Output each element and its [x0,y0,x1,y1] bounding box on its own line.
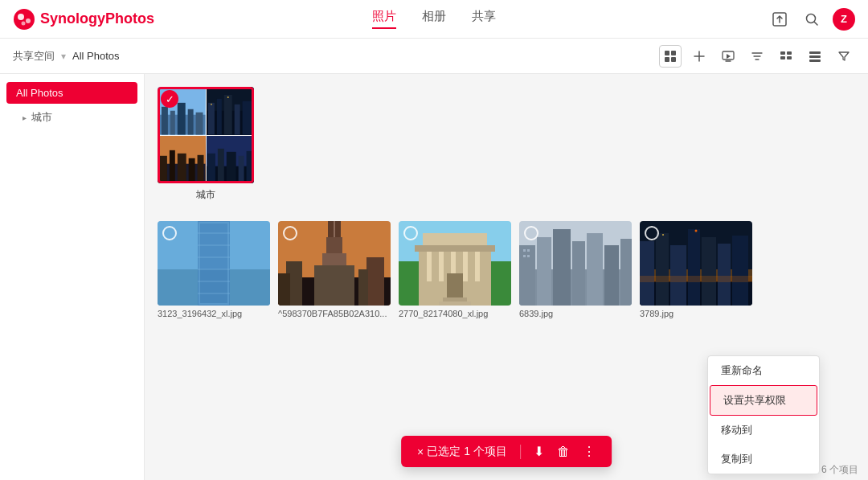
filter-icon[interactable] [833,45,855,68]
nav-tab-albums[interactable]: 相册 [422,9,446,29]
svg-rect-100 [640,241,654,306]
svg-rect-80 [415,245,495,252]
photo-name-2: ^598370B7FA85B02A310... [278,309,391,318]
svg-point-5 [806,14,815,23]
svg-point-108 [662,234,664,236]
svg-rect-89 [572,241,585,306]
svg-rect-83 [439,302,471,306]
header: SynologyPhotos 照片 相册 共享 Z [0,0,868,39]
svg-rect-78 [463,249,468,281]
photo-thumb-5 [640,221,752,306]
sort-icon[interactable] [746,45,768,68]
photo-card-3[interactable]: 2770_82174080_xl.jpg [399,221,511,318]
svg-rect-70 [278,273,290,306]
album-section: ✓ [158,87,855,202]
context-menu: 重新命名 设置共享权限 移动到 复制到 [707,355,820,474]
photo-name-1: 3123_3196432_xl.jpg [158,309,270,318]
svg-rect-22 [178,103,186,135]
expand-arrow-icon: ▸ [23,113,27,122]
svg-rect-86 [519,245,535,306]
svg-rect-11 [780,51,785,55]
svg-point-3 [22,21,26,25]
list-view-icon[interactable] [804,45,826,68]
photos-grid: 3123_3196432_xl.jpg [158,221,855,318]
action-bar-close[interactable]: × 已选定 1 个项目 [417,445,507,459]
nav-tab-share[interactable]: 共享 [472,9,496,29]
svg-rect-102 [670,245,686,306]
photo-card-1[interactable]: 3123_3196432_xl.jpg [158,221,270,318]
nav-tab-photos[interactable]: 照片 [372,9,396,29]
action-bar-divider [520,445,521,459]
svg-point-107 [695,230,698,232]
svg-point-0 [14,9,35,30]
svg-rect-105 [718,244,731,306]
svg-rect-46 [238,155,244,183]
svg-rect-27 [207,103,214,135]
svg-rect-7 [671,51,676,55]
svg-rect-76 [439,249,444,281]
svg-rect-92 [620,239,632,306]
logo-text: SynologyPhotos [40,10,154,27]
svg-rect-29 [223,95,231,135]
svg-rect-30 [234,105,240,135]
photo-select-circle-5[interactable] [645,226,659,240]
photo-thumb-2 [278,221,391,306]
context-menu-copy[interactable]: 复制到 [708,445,819,474]
view-toggle-icon[interactable] [775,45,797,68]
svg-rect-81 [447,273,463,297]
action-bar-more[interactable]: ⋮ [583,444,596,459]
sidebar-item-city[interactable]: ▸ 城市 [6,105,137,129]
svg-rect-91 [604,245,619,306]
svg-rect-69 [358,269,368,306]
workspace-link[interactable]: 共享空间 [13,49,55,64]
sidebar-item-all-photos[interactable]: All Photos [6,82,137,104]
context-menu-share-permissions[interactable]: 设置共享权限 [710,385,817,416]
sidebar: All Photos ▸ 城市 [0,74,145,480]
photo-card-2[interactable]: ^598370B7FA85B02A310... [278,221,391,318]
photo-select-circle-4[interactable] [524,226,538,240]
check-overlay: ✓ [161,90,178,108]
header-actions: Z [768,8,855,31]
grid-view-icon[interactable] [659,45,682,68]
photo-select-circle-1[interactable] [162,226,177,240]
context-menu-move[interactable]: 移动到 [708,416,819,445]
user-avatar[interactable]: Z [833,8,855,31]
photos-section: 3123_3196432_xl.jpg [158,221,855,318]
svg-rect-68 [366,257,384,306]
photo-card-5[interactable]: 3789.jpg [640,221,752,318]
svg-rect-75 [427,249,432,281]
svg-rect-12 [787,51,792,55]
photo-thumb-1 [158,221,270,306]
add-icon[interactable] [688,45,710,68]
svg-rect-65 [314,265,354,306]
action-bar-delete[interactable]: 🗑 [557,445,570,459]
context-menu-rename[interactable]: 重新命名 [708,356,819,385]
svg-rect-90 [587,233,603,306]
svg-rect-103 [688,229,700,306]
photo-name-4: 6839.jpg [519,309,632,318]
main-layout: All Photos ▸ 城市 ✓ [0,74,868,480]
photo-name-5: 3789.jpg [640,309,752,318]
album-thumbnail: ✓ [158,87,254,183]
album-card-city[interactable]: ✓ [158,87,254,202]
collage-cell-3 [158,136,206,184]
search-icon[interactable] [800,8,823,31]
photo-card-4[interactable]: 6839.jpg [519,221,632,318]
photo-select-circle-3[interactable] [403,226,418,240]
breadcrumb-current: All Photos [72,50,120,62]
svg-rect-59 [230,221,270,306]
svg-rect-21 [170,111,175,135]
logo-icon [13,8,35,31]
photo-thumb-3 [399,221,511,306]
photo-select-circle-2[interactable] [283,226,297,240]
action-bar-download[interactable]: ⬇ [534,444,544,459]
nav-tabs: 照片 相册 共享 [372,9,496,29]
upload-icon[interactable] [768,8,791,31]
slideshow-icon[interactable] [717,45,739,68]
svg-rect-101 [656,233,669,306]
collage-cell-2 [207,87,255,135]
collage-cell-4 [207,136,255,184]
svg-rect-9 [671,57,676,62]
svg-rect-87 [537,237,551,306]
svg-rect-40 [198,154,204,183]
